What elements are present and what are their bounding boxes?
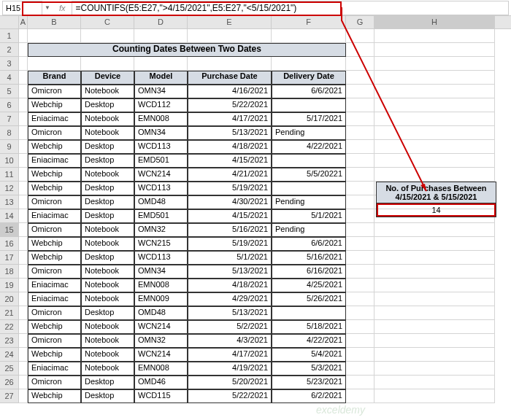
cell-delivery[interactable]: 4/22/2021: [272, 334, 346, 348]
cell-model[interactable]: OMN34: [134, 85, 188, 98]
cell-device[interactable]: Notebook: [81, 292, 134, 306]
cell-device[interactable]: Notebook: [81, 279, 134, 292]
cell[interactable]: [19, 362, 28, 376]
cell[interactable]: [346, 348, 374, 362]
cell-delivery[interactable]: [272, 306, 346, 320]
cell-brand[interactable]: Omicron: [28, 265, 81, 279]
cell-purchase[interactable]: 4/21/2021: [188, 168, 272, 182]
cell[interactable]: [374, 223, 495, 237]
cell[interactable]: [346, 85, 374, 98]
cell-brand[interactable]: Omicron: [28, 223, 81, 237]
cell-delivery[interactable]: 6/16/2021: [272, 265, 346, 279]
row-header[interactable]: 2: [0, 43, 19, 57]
th-delivery[interactable]: Delivery Date: [272, 71, 346, 85]
cell[interactable]: [188, 29, 272, 43]
cell-delivery[interactable]: 5/26/2021: [272, 292, 346, 306]
cell[interactable]: [374, 389, 495, 403]
col-header-d[interactable]: D: [134, 16, 188, 28]
cell-device[interactable]: Desktop: [81, 376, 134, 389]
th-purchase[interactable]: Purchase Date: [188, 71, 272, 85]
cell-model[interactable]: OMN32: [134, 223, 188, 237]
cell[interactable]: [346, 57, 374, 71]
cell-model[interactable]: EMD501: [134, 154, 188, 168]
cell-delivery[interactable]: 5/4/2021: [272, 348, 346, 362]
cell-purchase[interactable]: 4/29/2021: [188, 292, 272, 306]
cell-brand[interactable]: Omicron: [28, 126, 81, 140]
cell-device[interactable]: Desktop: [81, 195, 134, 209]
cell-purchase[interactable]: 4/19/2021: [188, 362, 272, 376]
cell[interactable]: [188, 57, 272, 71]
cell-brand[interactable]: Webchip: [28, 251, 81, 265]
cell-purchase[interactable]: 5/1/2021: [188, 251, 272, 265]
cell[interactable]: [374, 98, 495, 112]
cell-delivery[interactable]: 5/23/2021: [272, 376, 346, 389]
cell[interactable]: [19, 320, 28, 334]
cell[interactable]: [134, 57, 188, 71]
row-header[interactable]: 25: [0, 362, 19, 376]
cell[interactable]: [346, 223, 374, 237]
col-header-f[interactable]: F: [272, 16, 346, 28]
cell-brand[interactable]: Webchip: [28, 320, 81, 334]
row-header[interactable]: 8: [0, 126, 19, 140]
cell[interactable]: [374, 320, 495, 334]
cell-model[interactable]: OMD46: [134, 376, 188, 389]
cell[interactable]: [346, 126, 374, 140]
cell[interactable]: [346, 389, 374, 403]
cell-model[interactable]: OMD48: [134, 195, 188, 209]
cell[interactable]: [19, 43, 28, 57]
cell[interactable]: [374, 168, 495, 182]
row-header[interactable]: 9: [0, 140, 19, 154]
cell-device[interactable]: Desktop: [81, 389, 134, 403]
cell-purchase[interactable]: 4/15/2021: [188, 209, 272, 223]
cell[interactable]: [346, 334, 374, 348]
cell[interactable]: [28, 57, 81, 71]
cell[interactable]: [19, 389, 28, 403]
cell-device[interactable]: Notebook: [81, 237, 134, 251]
cell-brand[interactable]: Omicron: [28, 376, 81, 389]
row-header[interactable]: 3: [0, 57, 19, 71]
row-header[interactable]: 24: [0, 348, 19, 362]
cell-purchase[interactable]: 4/17/2021: [188, 112, 272, 126]
cell-brand[interactable]: Webchip: [28, 168, 81, 182]
cell[interactable]: [346, 320, 374, 334]
cell-brand[interactable]: Omicron: [28, 306, 81, 320]
cell-model[interactable]: WCN214: [134, 348, 188, 362]
fx-label[interactable]: fx: [55, 4, 70, 12]
cell-model[interactable]: EMN008: [134, 279, 188, 292]
cell-model[interactable]: WCN215: [134, 237, 188, 251]
cell[interactable]: [28, 29, 81, 43]
cell-delivery[interactable]: 5/16/2021: [272, 251, 346, 265]
cell-brand[interactable]: Omicron: [28, 334, 81, 348]
col-header-h[interactable]: H: [374, 16, 495, 28]
row-header[interactable]: 20: [0, 292, 19, 306]
cell[interactable]: [346, 306, 374, 320]
cell[interactable]: [19, 348, 28, 362]
cell-model[interactable]: EMD501: [134, 209, 188, 223]
cell-purchase[interactable]: 5/13/2021: [188, 265, 272, 279]
cell[interactable]: [346, 195, 374, 209]
cell[interactable]: [374, 71, 495, 85]
cell-delivery[interactable]: 5/5/20221: [272, 168, 346, 182]
cell[interactable]: [346, 29, 374, 43]
cell-purchase[interactable]: 4/18/2021: [188, 279, 272, 292]
cell-device[interactable]: Desktop: [81, 306, 134, 320]
cell-model[interactable]: WCN214: [134, 320, 188, 334]
cell-model[interactable]: WCD113: [134, 251, 188, 265]
row-header[interactable]: 15: [0, 223, 19, 237]
cell[interactable]: [19, 251, 28, 265]
cell[interactable]: [374, 306, 495, 320]
result-value[interactable]: 14: [377, 203, 496, 217]
cell[interactable]: [19, 112, 28, 126]
cell[interactable]: [19, 376, 28, 389]
th-brand[interactable]: Brand: [28, 71, 81, 85]
cell-model[interactable]: OMN34: [134, 265, 188, 279]
cell-brand[interactable]: Webchip: [28, 389, 81, 403]
th-device[interactable]: Device: [81, 71, 134, 85]
cell-delivery[interactable]: [272, 98, 346, 112]
cell[interactable]: [346, 43, 374, 57]
cell-model[interactable]: WCD115: [134, 389, 188, 403]
col-header-c[interactable]: C: [81, 16, 134, 28]
cell[interactable]: [19, 168, 28, 182]
cell[interactable]: [374, 57, 495, 71]
cell[interactable]: [374, 237, 495, 251]
